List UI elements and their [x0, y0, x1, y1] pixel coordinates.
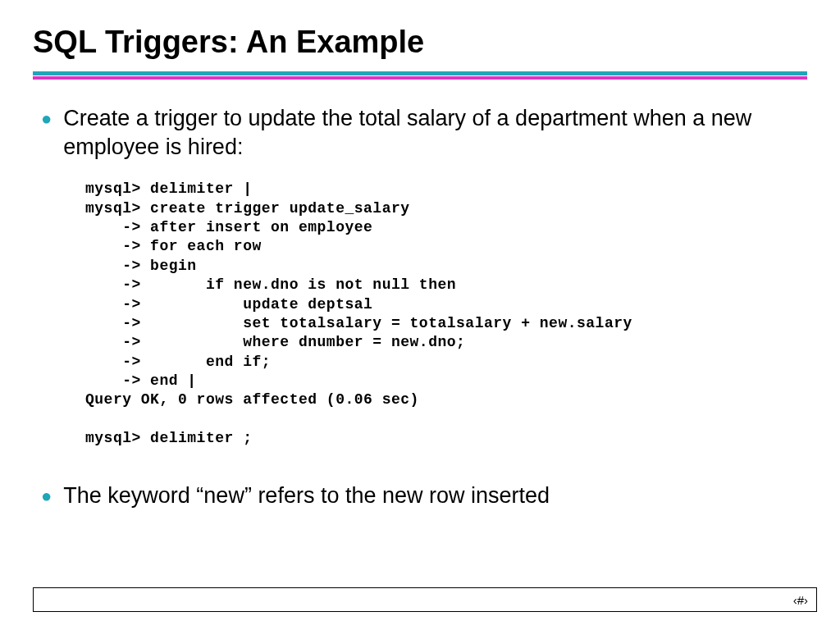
page-number: ‹#›	[793, 593, 808, 607]
slide: SQL Triggers: An Example ● Create a trig…	[0, 0, 840, 630]
title-divider	[33, 71, 807, 80]
slide-content: ● Create a trigger to update the total s…	[33, 104, 807, 510]
bullet-text: The keyword “new” refers to the new row …	[63, 482, 807, 510]
bullet-dot-icon: ●	[41, 104, 52, 133]
footer-box: ‹#›	[33, 587, 817, 612]
bullet-item: ● Create a trigger to update the total s…	[36, 104, 807, 162]
bullet-dot-icon: ●	[41, 482, 52, 510]
bullet-text: Create a trigger to update the total sal…	[63, 104, 807, 162]
bullet-item: ● The keyword “new” refers to the new ro…	[36, 482, 807, 510]
code-block: mysql> delimiter | mysql> create trigger…	[85, 180, 807, 448]
slide-title: SQL Triggers: An Example	[33, 25, 807, 60]
